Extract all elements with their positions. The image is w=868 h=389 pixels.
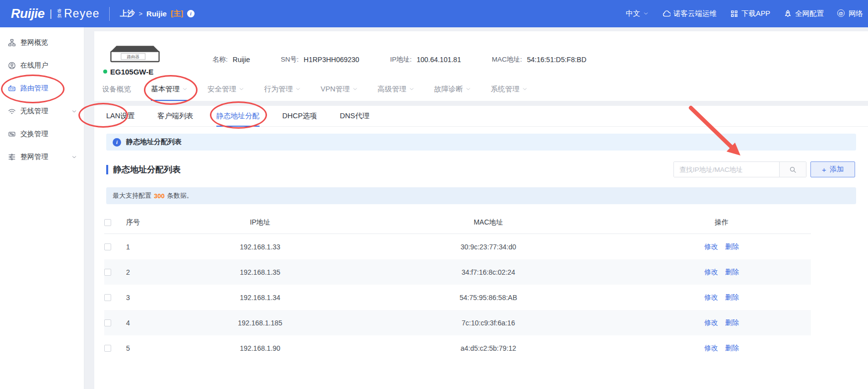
sidebar-item-label: 无线管理	[20, 107, 48, 116]
topbar-action-cloud-ops[interactable]: 诺客云端运维	[662, 9, 717, 18]
breadcrumb-separator: >	[138, 10, 142, 17]
section-title: 静态地址分配列表	[106, 165, 181, 174]
select-all-checkbox[interactable]	[104, 219, 111, 226]
tab-behavior-mgmt[interactable]: 行为管理	[264, 84, 301, 101]
sidebar-item-label: 路由管理	[20, 84, 48, 93]
topbar-action-whole-network-config[interactable]: 全网配置	[784, 9, 824, 18]
edit-link[interactable]: 修改	[704, 318, 718, 327]
row-checkbox[interactable]	[104, 294, 111, 301]
subtab-dhcp-options[interactable]: DHCP选项	[282, 106, 317, 127]
subtab-lan-settings[interactable]: LAN设置	[106, 106, 134, 127]
top-bar: Ruijie | 睿易 Reyee 上沙 > Ruijie [主] i 中文诺客…	[0, 0, 868, 27]
router-icon	[8, 84, 16, 92]
row-actions: 修改删除	[632, 242, 811, 251]
online-user-icon	[8, 62, 16, 70]
topbar-divider	[109, 7, 110, 21]
rocket-icon	[784, 9, 792, 18]
device-field-mac: MAC地址:54:16:51:D5:F8:BD	[492, 55, 587, 64]
table-row: 3192.168.1.3454:75:95:86:58:AB修改删除	[104, 285, 811, 310]
device-field-value: 54:16:51:D5:F8:BD	[527, 56, 587, 64]
tab-advanced-mgmt[interactable]: 高级管理	[378, 84, 414, 101]
plus-icon: +	[822, 166, 826, 173]
row-ip-cell: 192.168.1.34	[176, 294, 344, 302]
chevron-down-icon	[466, 86, 471, 92]
topbar-action-label: 下载APP	[741, 9, 770, 18]
delete-link[interactable]: 删除	[725, 242, 739, 251]
topbar-action-label: 诺客云端运维	[673, 9, 717, 18]
tab-security-mgmt[interactable]: 安全管理	[207, 84, 244, 101]
chevron-down-icon	[643, 11, 649, 16]
sidebar-item-overview[interactable]: 整网概览	[0, 31, 84, 54]
main-tab-bar: 设备概览基本管理安全管理行为管理VPN管理高级管理故障诊断系统管理	[102, 84, 528, 101]
notice-suffix: 条数据。	[167, 191, 193, 200]
list-section-header: 静态地址分配列表 + 添	[106, 160, 856, 178]
device-field-value: 100.64.101.81	[416, 56, 461, 64]
topbar-action-language[interactable]: 中文	[626, 9, 649, 18]
row-ip-cell: 192.168.1.185	[176, 319, 344, 327]
tab-diagnostics[interactable]: 故障诊断	[434, 84, 471, 101]
row-checkbox[interactable]	[104, 243, 111, 250]
topbar-action-label: 全网配置	[795, 9, 824, 18]
chevron-down-icon	[295, 86, 301, 92]
sidebar-item-router-mgmt[interactable]: 路由管理	[0, 77, 84, 100]
device-field-ip: IP地址:100.64.101.81	[390, 55, 461, 64]
row-actions: 修改删除	[632, 344, 811, 353]
device-field-label: 名称:	[212, 55, 228, 64]
row-checkbox[interactable]	[104, 345, 111, 352]
breadcrumb-site[interactable]: 上沙	[120, 9, 134, 18]
device-field-value: Ruijie	[233, 56, 250, 64]
ruijie-logo: Ruijie | 睿易 Reyee	[11, 6, 99, 21]
row-checkbox[interactable]	[104, 319, 111, 326]
topbar-action-label: 网络	[849, 9, 863, 18]
row-index-cell: 4	[126, 319, 176, 327]
delete-link[interactable]: 删除	[725, 318, 739, 327]
edit-link[interactable]: 修改	[704, 344, 718, 353]
column-header-2: MAC地址	[344, 218, 632, 227]
sidebar-item-online-users[interactable]: 在线用户	[0, 54, 84, 77]
device-field-name: 名称:Ruijie	[212, 55, 250, 64]
search-icon	[789, 166, 797, 173]
subtab-static-ip[interactable]: 静态地址分配	[216, 106, 260, 127]
cloud-icon	[662, 9, 670, 18]
subtab-client-list[interactable]: 客户端列表	[157, 106, 194, 127]
breadcrumb-device[interactable]: Ruijie	[146, 9, 167, 18]
topology-icon	[8, 39, 16, 47]
sidebar-item-wireless-mgmt[interactable]: 无线管理	[0, 100, 84, 123]
wifi-icon	[8, 107, 16, 115]
info-icon[interactable]: i	[187, 10, 195, 17]
tab-basic-mgmt[interactable]: 基本管理	[151, 84, 188, 101]
topbar-action-download-app[interactable]: 下载APP	[730, 9, 770, 18]
sidebar-item-label: 整网管理	[20, 153, 48, 161]
switch-icon	[8, 130, 16, 138]
tab-vpn-mgmt[interactable]: VPN管理	[321, 84, 358, 101]
edit-link[interactable]: 修改	[704, 293, 718, 302]
device-field-label: IP地址:	[390, 55, 412, 64]
sub-tab-bar: LAN设置客户端列表静态地址分配DHCP选项DNS代理	[94, 106, 868, 127]
device-field-label: SN号:	[281, 55, 299, 64]
sidebar-item-network-mgmt[interactable]: 整网管理	[0, 146, 84, 168]
delete-link[interactable]: 删除	[725, 268, 739, 277]
tab-label: 基本管理	[151, 84, 180, 94]
row-checkbox[interactable]	[104, 269, 111, 276]
edit-link[interactable]: 修改	[704, 242, 718, 251]
search-button[interactable]	[779, 162, 806, 177]
row-index-cell: 2	[126, 268, 176, 276]
row-mac-cell: 54:75:95:86:58:AB	[344, 294, 632, 302]
topbar-action-label: 中文	[626, 9, 640, 18]
edit-link[interactable]: 修改	[704, 268, 718, 277]
row-index-cell: 5	[126, 344, 176, 352]
tab-device-overview[interactable]: 设备概览	[102, 84, 131, 101]
topbar-action-network[interactable]: @网络	[837, 9, 863, 18]
device-field-sn: SN号:H1RP3HH069230	[281, 55, 359, 64]
tab-label: 设备概览	[102, 84, 131, 94]
delete-link[interactable]: 删除	[725, 293, 739, 302]
subtab-dns-proxy[interactable]: DNS代理	[340, 106, 370, 127]
delete-link[interactable]: 删除	[725, 344, 739, 353]
search-input[interactable]	[674, 162, 779, 177]
device-model: EG105GW-E	[110, 68, 153, 76]
at-circle-icon: @	[837, 9, 846, 18]
row-mac-cell: a4:d5:c2:5b:79:12	[344, 344, 632, 352]
sidebar-item-switch-mgmt[interactable]: 交换管理	[0, 123, 84, 146]
add-button[interactable]: + 添加	[810, 161, 855, 177]
tab-system-mgmt[interactable]: 系统管理	[491, 84, 528, 101]
